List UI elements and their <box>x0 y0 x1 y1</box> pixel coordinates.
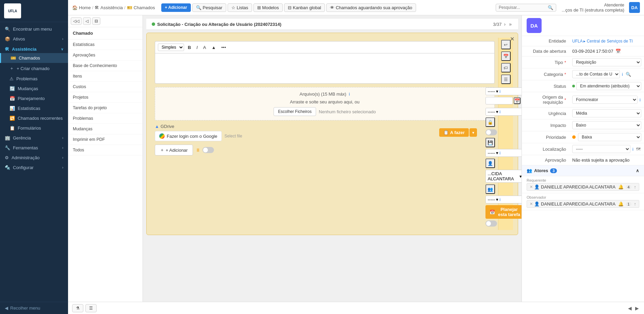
sidebar-item-chamados-recorrentes[interactable]: 🔁 Chamados recorrentes <box>0 113 68 123</box>
calendar-icon3[interactable]: 📅 <box>615 48 622 54</box>
sidebar-item-criar-chamado[interactable]: ＋ + Criar chamado <box>0 63 68 74</box>
left-menu-mudancas[interactable]: Mudanças <box>68 124 143 134</box>
left-menu-tarefas-projeto[interactable]: Tarefas do projeto <box>68 103 143 113</box>
filter-btn[interactable]: ⚗ <box>72 304 83 312</box>
add-button[interactable]: + Adicionar <box>161 3 191 12</box>
undo-btn[interactable]: ↩ <box>501 40 511 49</box>
info-localizacao-icon[interactable]: i <box>632 146 634 152</box>
info-categoria-icon[interactable]: i <box>621 71 624 78</box>
left-menu-custos[interactable]: Custos <box>68 82 143 92</box>
kanban-button[interactable]: ⊟ Kanban global <box>284 3 325 12</box>
remove-observador-btn[interactable]: ✕ <box>530 202 533 206</box>
lock-btn[interactable]: 🔒 <box>485 117 495 127</box>
info-icon5[interactable]: i <box>499 197 500 202</box>
collapse-left-btn[interactable]: ◁◁ <box>71 17 82 25</box>
map-icon[interactable]: 🗺 <box>635 146 641 152</box>
left-menu-projetos[interactable]: Projetos <box>68 92 143 103</box>
sidebar-item-ferramentas[interactable]: 🔧 Ferramentas › <box>0 143 68 153</box>
dropdown-2[interactable]: ----- ▾ i <box>485 108 522 116</box>
sidebar-item-administracao[interactable]: ⚙ Administração › <box>0 153 68 163</box>
left-menu-imprimir-pdf[interactable]: Imprimir em PDF <box>68 134 143 145</box>
modal-close-btn[interactable]: ✕ <box>510 36 514 42</box>
toggle-2[interactable] <box>485 129 497 135</box>
prioridade-select[interactable]: Baixa <box>578 133 641 141</box>
last-ticket-btn[interactable]: » <box>508 21 513 27</box>
left-menu-todos[interactable]: Todos <box>68 145 143 155</box>
actor-arrow-btn[interactable]: ↑ <box>634 184 637 189</box>
back-btn[interactable]: ◁ <box>83 17 91 25</box>
status-select[interactable]: Em atendimento (atribuído) <box>576 82 641 90</box>
toggle-3[interactable] <box>485 220 497 227</box>
google-login-btn[interactable]: Fazer login com o Google <box>155 131 222 141</box>
sidebar-item-estatisticas[interactable]: 📊 Estatísticas <box>0 103 68 113</box>
file-info-icon[interactable]: i <box>349 92 350 97</box>
aguardando-button[interactable]: 👁 Chamados aguardando sua aprovação <box>326 3 416 12</box>
sidebar-item-find-menu[interactable]: 🔍 Encontrar um menu <box>0 24 68 34</box>
localizacao-select[interactable]: ----- <box>572 145 630 153</box>
bottom-prev-btn[interactable]: ◀ <box>627 305 633 311</box>
sidebar-item-mudancas[interactable]: 🔄 Mudanças <box>0 84 68 94</box>
prev-ticket-btn[interactable]: › <box>503 21 507 27</box>
pause-toggle-switch[interactable] <box>202 147 214 153</box>
info-icon3[interactable]: i <box>499 150 500 155</box>
search-input[interactable] <box>499 5 546 10</box>
user-avatar[interactable]: DA <box>629 2 640 13</box>
sidebar-item-configurar[interactable]: 🔩 Configurar › <box>0 163 68 172</box>
impacto-select[interactable]: Baixo <box>572 121 641 129</box>
date-input[interactable] <box>485 97 513 104</box>
calendar-icon-btn[interactable]: 📅 <box>514 97 521 104</box>
actors-collapse-btn[interactable]: ∧ <box>636 168 639 173</box>
list-btn[interactable]: ☰ <box>85 304 97 312</box>
format-select[interactable]: Simples <box>158 44 184 51</box>
sidebar-item-planejamento[interactable]: 📅 Planejamento <box>0 94 68 103</box>
sidebar-item-problemas[interactable]: ⚠ Problemas <box>0 74 68 84</box>
modelos-button[interactable]: ⊞ Modelos <box>253 3 283 12</box>
dropdown-assignee[interactable]: ...CIDA ALCANTARA ▾ i <box>485 170 522 183</box>
tipo-select[interactable]: Requisição <box>572 58 641 66</box>
add-task-btn[interactable]: ＋ + Adicionar <box>155 145 193 155</box>
grid-view-btn[interactable]: ⊟ <box>92 17 100 25</box>
plan-task-btn[interactable]: 📅 Planejar esta tarefa <box>485 205 522 219</box>
left-menu-estatisticas[interactable]: Estatísticas <box>68 39 143 50</box>
calendar-btn2[interactable]: 📅 <box>501 51 511 61</box>
breadcrumb-assistencia[interactable]: Assistência <box>100 5 123 10</box>
dropdown-1[interactable]: ----- ▾ i <box>485 87 522 95</box>
todo-btn[interactable]: 📋 A fazer <box>439 128 469 137</box>
info-icon2[interactable]: i <box>499 109 500 114</box>
left-menu-aprovacoes[interactable]: Aprovações <box>68 50 143 61</box>
left-menu-problemas[interactable]: Problemas <box>68 113 143 124</box>
italic-btn[interactable]: I <box>195 44 199 51</box>
highlight-btn[interactable]: ▲ <box>210 44 218 51</box>
sidebar-item-ativos[interactable]: 📦 Ativos › <box>0 34 68 44</box>
info-origem-icon[interactable]: i <box>639 97 641 103</box>
more-btn[interactable]: ••• <box>220 44 228 51</box>
group-btn[interactable]: 👥 <box>485 184 495 194</box>
remove-requerente-btn[interactable]: ✕ <box>530 185 533 189</box>
sidebar-item-gerencia[interactable]: 🏢 Gerência › <box>0 133 68 143</box>
info-icon1[interactable]: i <box>499 89 500 94</box>
editor-textarea[interactable] <box>155 53 495 84</box>
search-categoria-icon[interactable]: 🔍 <box>625 71 632 78</box>
text-color-btn[interactable]: A <box>201 44 208 51</box>
pesquisar-button[interactable]: 🔍 Pesquisar <box>192 3 226 12</box>
left-menu-base-conhecimento[interactable]: Base de Conhecimento <box>68 61 143 71</box>
categoria-select[interactable]: ...to de Contas de Usuários <box>572 70 620 78</box>
bold-btn[interactable]: B <box>186 44 193 51</box>
urgencia-select[interactable]: Média <box>572 109 641 117</box>
dropdown-3[interactable]: ----- ▾ i <box>485 149 522 157</box>
todo-dropdown-btn[interactable]: ▾ <box>469 128 477 137</box>
choose-files-btn[interactable]: Escolher Ficheiros <box>274 107 316 116</box>
observador-arrow-btn[interactable]: ↑ <box>634 201 637 206</box>
save-btn[interactable]: 💾 <box>485 138 495 147</box>
dropdown-4[interactable]: ----- ▾ i <box>485 196 522 203</box>
sidebar-item-assistencia[interactable]: 🛠 Assistência ∨ <box>0 44 68 53</box>
sidebar-item-chamados[interactable]: 🎫 Chamados <box>0 53 68 63</box>
left-menu-itens[interactable]: Itens <box>68 71 143 82</box>
breadcrumb-chamados[interactable]: Chamados <box>134 5 155 10</box>
listas-button[interactable]: ☆ Listas <box>228 3 252 12</box>
breadcrumb-home[interactable]: Home <box>79 5 91 10</box>
tag-btn[interactable]: 🏷 <box>501 63 511 72</box>
origem-select[interactable]: Formcreator <box>572 96 638 104</box>
sidebar-item-formularios[interactable]: 📋 Formulários <box>0 123 68 133</box>
entidade-link[interactable]: UFLA ▸ Central de Serviços de TI <box>572 39 633 44</box>
